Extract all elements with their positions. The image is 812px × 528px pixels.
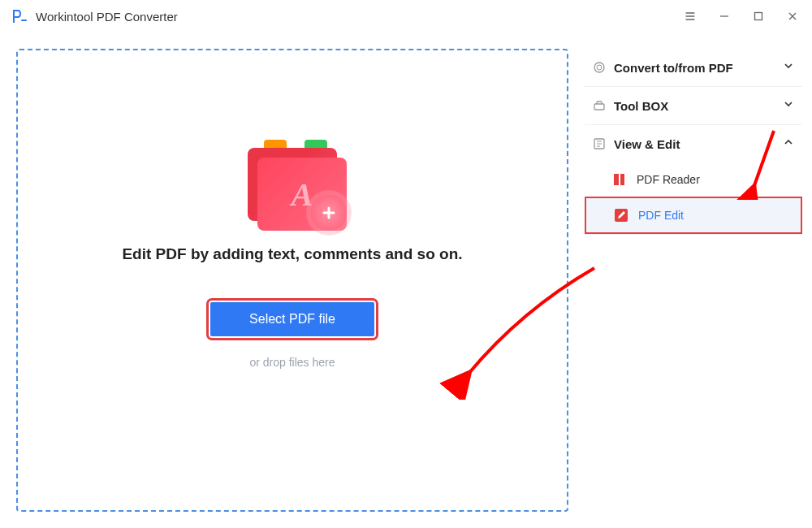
svg-rect-0 [21,19,27,21]
view-edit-icon [593,137,606,150]
svg-rect-5 [614,174,619,185]
svg-rect-1 [755,13,762,20]
menu-button[interactable] [680,6,700,26]
main-content: A Edit PDF by adding text, comments and … [0,32,812,528]
convert-icon [593,61,606,74]
titlebar: Workintool PDF Converter [0,0,812,32]
submenu-label: PDF Reader [637,173,700,186]
accordion-toolbox: Tool BOX [585,87,802,125]
app-logo-icon [10,7,28,25]
app-title: Workintool PDF Converter [36,10,672,24]
accordion-viewedit: View & Edit PDF Reader PDF Edit [585,125,802,235]
minimize-button[interactable] [715,6,734,26]
accordion-title-toolbox: Tool BOX [614,99,775,113]
accordion-title-convert: Convert to/from PDF [614,61,775,75]
close-button[interactable] [783,6,802,26]
chevron-down-icon [783,60,794,75]
sidebar: Convert to/from PDF Tool BOX [585,49,802,512]
arrow-annotation-to-button [391,262,603,400]
pdf-reader-icon [612,172,627,187]
submenu-viewedit: PDF Reader PDF Edit [585,162,802,234]
maximize-button[interactable] [749,6,768,26]
svg-rect-3 [594,104,604,110]
dropzone[interactable]: A Edit PDF by adding text, comments and … [16,49,568,512]
drop-hint-text: or drop files here [249,356,335,369]
headline: Edit PDF by adding text, comments and so… [122,245,462,263]
accordion-title-viewedit: View & Edit [614,137,775,151]
pdf-edit-icon [614,208,628,223]
accordion-header-toolbox[interactable]: Tool BOX [585,87,802,124]
toolbox-icon [593,99,606,112]
chevron-down-icon [783,98,794,113]
submenu-label: PDF Edit [638,209,684,222]
svg-rect-7 [619,174,620,185]
plus-icon [311,195,347,231]
folder-icon: A [248,148,337,221]
svg-point-2 [594,63,604,72]
submenu-item-pdf-reader[interactable]: PDF Reader [585,162,802,197]
accordion-convert: Convert to/from PDF [585,49,802,87]
window-controls [680,6,802,26]
chevron-up-icon [783,136,794,151]
select-pdf-button[interactable]: Select PDF file [210,302,374,336]
submenu-item-pdf-edit[interactable]: PDF Edit [585,197,802,234]
accordion-header-viewedit[interactable]: View & Edit [585,125,802,162]
accordion-header-convert[interactable]: Convert to/from PDF [585,49,802,86]
